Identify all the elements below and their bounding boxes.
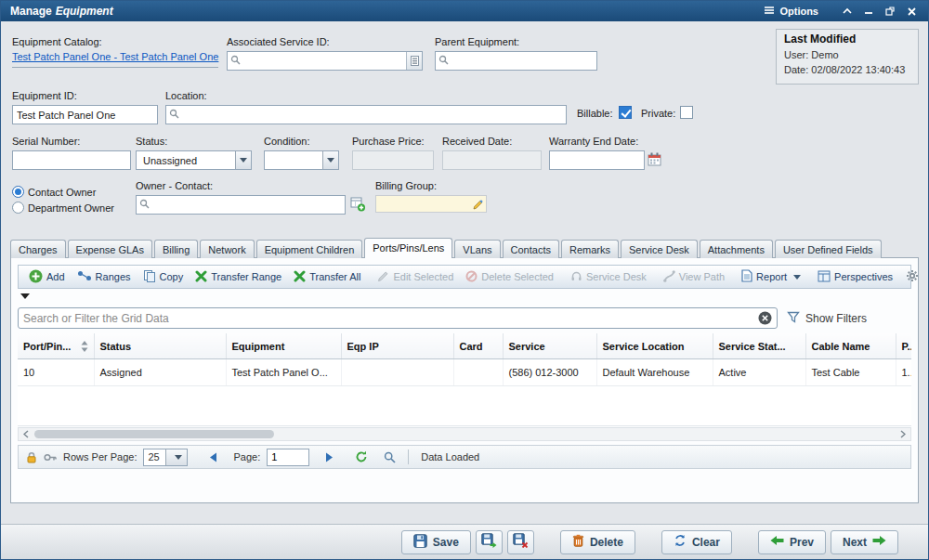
service-lookup-button[interactable] <box>406 52 422 70</box>
report-button[interactable]: Report <box>736 267 806 287</box>
tab-vlans[interactable]: VLans <box>454 240 500 258</box>
private-label: Private: <box>641 108 675 119</box>
tab-attachments[interactable]: Attachments <box>700 240 773 258</box>
headset-icon <box>570 270 582 284</box>
clear-button[interactable]: Clear <box>661 530 732 554</box>
collapse-button[interactable] <box>840 4 855 19</box>
arrow-right-icon <box>872 535 886 549</box>
refresh-icon[interactable] <box>355 450 368 463</box>
add-button[interactable]: Add <box>23 267 71 288</box>
tab-billing[interactable]: Billing <box>154 240 198 258</box>
column-header-eqp-ip[interactable]: Eqp IP <box>341 333 453 359</box>
toolbar-overflow-button[interactable] <box>20 293 30 299</box>
table-row[interactable]: 10 Assigned Test Patch Panel O... (586) … <box>18 359 911 386</box>
column-header-equipment[interactable]: Equipment <box>226 333 341 359</box>
lock-icon[interactable] <box>26 451 37 463</box>
equipment-catalog-link[interactable]: Test Patch Panel One - Test Patch Panel … <box>12 51 218 62</box>
tab-charges[interactable]: Charges <box>10 240 66 258</box>
owner-contact-input[interactable] <box>152 196 345 214</box>
associated-service-id-input[interactable] <box>243 52 403 70</box>
prev-button[interactable]: Prev <box>758 530 826 554</box>
column-header-status[interactable]: Status <box>94 333 226 359</box>
tab-remarks[interactable]: Remarks <box>561 240 619 258</box>
column-header-cable-name[interactable]: Cable Name <box>805 333 896 359</box>
close-icon[interactable] <box>904 4 919 19</box>
transfer-icon <box>195 270 207 284</box>
previous-page-icon[interactable] <box>209 452 217 462</box>
rows-per-page-select[interactable]: 25 <box>143 449 188 466</box>
ranges-button[interactable]: Ranges <box>72 267 137 286</box>
scroll-right-icon[interactable] <box>897 428 909 440</box>
tab-ports-pins-lens[interactable]: Ports/Pins/Lens <box>364 238 452 258</box>
search-icon <box>230 55 241 67</box>
tab-service-desk[interactable]: Service Desk <box>621 240 698 258</box>
sort-icon[interactable] <box>81 341 88 352</box>
tab-contacts[interactable]: Contacts <box>503 240 559 258</box>
location-input[interactable] <box>182 106 566 124</box>
copy-icon <box>143 269 156 284</box>
contact-owner-radio[interactable] <box>12 186 24 198</box>
save-button[interactable]: Save <box>401 530 471 554</box>
search-input[interactable] <box>23 312 758 325</box>
department-owner-label[interactable]: Department Owner <box>28 202 114 214</box>
options-button[interactable]: Options <box>764 6 818 17</box>
warranty-end-date-label: Warranty End Date: <box>549 136 638 147</box>
status-select[interactable]: Unassigned <box>136 150 252 170</box>
calendar-icon[interactable] <box>648 152 661 166</box>
location-label: Location: <box>165 90 207 101</box>
tab-network[interactable]: Network <box>200 240 254 258</box>
column-header-service[interactable]: Service <box>503 333 596 359</box>
page-label: Page: <box>233 451 260 462</box>
copy-button[interactable]: Copy <box>137 267 190 287</box>
equipment-catalog-label: Equipment Catalog: <box>12 36 102 47</box>
perspectives-button[interactable]: Perspectives <box>812 267 898 287</box>
serial-number-label: Serial Number: <box>12 136 80 147</box>
billing-group-input[interactable] <box>378 199 473 210</box>
grid-search-row: Show Filters <box>18 307 911 329</box>
grid-settings-button[interactable] <box>900 267 924 287</box>
transfer-all-button[interactable]: Transfer All <box>288 267 366 287</box>
warranty-end-date-input[interactable] <box>549 150 645 170</box>
next-button[interactable]: Next <box>831 530 898 554</box>
delete-button[interactable]: Delete <box>560 530 635 554</box>
action-bar: Save Delete Clear Prev Next <box>1 524 928 559</box>
next-page-icon[interactable] <box>325 452 334 462</box>
gear-icon <box>906 269 919 284</box>
tab-expense-glas[interactable]: Expense GLAs <box>68 240 152 258</box>
serial-number-input[interactable] <box>12 150 131 170</box>
add-contact-icon[interactable] <box>350 197 366 212</box>
clear-search-icon[interactable] <box>758 311 772 325</box>
column-header-service-location[interactable]: Service Location <box>596 333 713 359</box>
billable-checkbox[interactable] <box>619 106 632 119</box>
location-field <box>165 105 567 124</box>
save-close-floppy-icon <box>513 533 529 551</box>
popout-button[interactable] <box>883 4 897 19</box>
column-header-service-status[interactable]: Service Stat... <box>713 333 805 359</box>
column-header-port-pin[interactable]: Port/Pin... <box>18 333 94 359</box>
horizontal-scrollbar[interactable] <box>18 427 911 441</box>
save-new-floppy-icon <box>481 533 497 551</box>
condition-select[interactable] <box>264 150 339 170</box>
column-header-truncated[interactable]: P... <box>896 333 911 359</box>
transfer-range-button[interactable]: Transfer Range <box>190 267 287 287</box>
scrollbar-thumb[interactable] <box>34 430 274 438</box>
equipment-id-input[interactable] <box>12 105 158 124</box>
show-filters-button[interactable]: Show Filters <box>787 311 867 326</box>
save-and-new-button[interactable] <box>476 530 503 554</box>
column-header-card[interactable]: Card <box>453 333 503 359</box>
page-input[interactable] <box>267 449 309 466</box>
contact-owner-label[interactable]: Contact Owner <box>28 187 96 198</box>
parent-equipment-input[interactable] <box>451 52 596 70</box>
tab-user-defined-fields[interactable]: User Defined Fields <box>775 240 882 258</box>
minimize-button[interactable] <box>861 4 876 19</box>
save-and-close-button[interactable] <box>507 530 534 554</box>
edit-pencil-icon[interactable] <box>473 199 484 210</box>
department-owner-radio[interactable] <box>12 202 24 214</box>
scroll-left-icon[interactable] <box>20 428 32 440</box>
key-icon[interactable] <box>44 453 57 462</box>
private-checkbox[interactable] <box>680 106 693 119</box>
tab-equipment-children[interactable]: Equipment Children <box>256 240 363 258</box>
view-path-button: View Path <box>658 267 730 287</box>
search-icon[interactable] <box>384 451 396 463</box>
add-icon <box>29 269 43 285</box>
